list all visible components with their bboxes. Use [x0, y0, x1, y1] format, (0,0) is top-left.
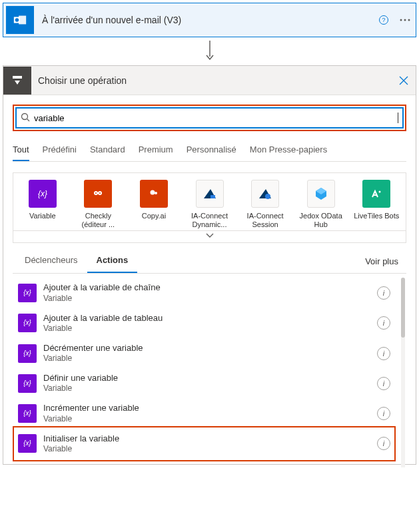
actions-list-wrap: {x} Ajouter à la variable de chaîne Vari… [13, 273, 406, 463]
tab-actions[interactable]: Actions [87, 250, 138, 273]
action-sub: Variable [43, 294, 377, 304]
action-sub: Variable [43, 384, 377, 394]
checkly-icon [84, 180, 112, 208]
connector-arrow [0, 37, 419, 65]
svg-point-6 [404, 19, 406, 21]
action-name: Décrémenter une variable [43, 343, 377, 354]
action-ajouter-chaine[interactable]: {x} Ajouter à la variable de chaîne Vari… [15, 278, 393, 308]
operation-icon [3, 67, 31, 95]
filter-standard[interactable]: Standard [90, 140, 125, 161]
search-icon [21, 113, 30, 124]
svg-line-13 [27, 119, 30, 121]
svg-text:?: ? [382, 17, 385, 23]
filter-tabs: Tout Prédéfini Standard Premium Personna… [13, 140, 406, 162]
svg-text:{x}: {x} [23, 319, 31, 326]
connector-jedox[interactable]: Jedox OData Hub [296, 180, 346, 229]
connector-label: Jedox OData Hub [296, 212, 346, 229]
connector-iaconnect-session[interactable]: IA-Connect Session [240, 180, 290, 229]
info-icon[interactable]: i [377, 377, 390, 390]
voir-plus-link[interactable]: Voir plus [365, 256, 404, 266]
scrollbar-thumb[interactable] [401, 278, 405, 338]
choose-operation-header: Choisir une opération [3, 66, 416, 95]
svg-text:{x}: {x} [23, 350, 31, 357]
svg-point-19 [150, 190, 155, 195]
expand-connectors[interactable] [13, 230, 406, 240]
copyai-icon [140, 180, 168, 208]
trigger-card[interactable]: À l'arrivée d'un nouvel e-mail (V3) ? [3, 3, 416, 37]
svg-rect-21 [210, 195, 215, 198]
action-sub: Variable [43, 324, 377, 334]
connector-label: LiveTiles Bots [351, 212, 402, 229]
search-box[interactable] [15, 107, 404, 129]
close-icon[interactable] [392, 69, 416, 93]
svg-point-7 [408, 19, 410, 21]
svg-point-18 [99, 192, 101, 194]
info-icon[interactable]: i [377, 316, 390, 330]
iaconnect-dynamic-icon [196, 180, 224, 208]
variable-icon: {x} [18, 434, 37, 453]
info-icon[interactable]: i [377, 347, 390, 360]
svg-point-2 [15, 18, 19, 22]
svg-point-12 [22, 113, 28, 119]
tab-declencheurs[interactable]: Déclencheurs [15, 250, 87, 273]
search-highlight [13, 105, 406, 131]
info-icon[interactable]: i [377, 286, 390, 300]
filter-personnalise[interactable]: Personnalisé [187, 140, 236, 161]
variable-icon: {x} [18, 314, 37, 332]
livetiles-icon [362, 180, 390, 208]
filter-predefini[interactable]: Prédéfini [43, 140, 77, 161]
connector-label: IA-Connect Dynamic... [185, 212, 235, 229]
operation-subtabs: Déclencheurs Actions Voir plus [13, 243, 406, 273]
action-initialiser[interactable]: {x} Initialiser la variable Variable i [15, 429, 393, 459]
svg-point-23 [379, 191, 381, 193]
iaconnect-session-icon [251, 180, 279, 208]
action-decrementer[interactable]: {x} Décrémenter une variable Variable i [15, 338, 393, 368]
jedox-icon [307, 180, 335, 208]
action-name: Définir une variable [43, 373, 377, 384]
variable-icon: {x} [18, 344, 37, 363]
connectors-box: {x} Variable Checkly (éditeur ... Copy.a… [13, 172, 406, 243]
action-sub: Variable [43, 414, 377, 424]
svg-text:{x}: {x} [23, 439, 31, 447]
help-icon[interactable]: ? [373, 9, 394, 31]
info-icon[interactable]: i [377, 407, 390, 420]
connector-iaconnect-dynamic[interactable]: IA-Connect Dynamic... [185, 180, 235, 229]
svg-text:{x}: {x} [23, 409, 31, 417]
connector-label: Checkly (éditeur ... [73, 212, 124, 229]
action-name: Ajouter à la variable de chaîne [43, 282, 377, 293]
svg-point-22 [265, 194, 270, 199]
action-name: Initialiser la variable [43, 433, 377, 444]
variable-icon: {x} [18, 374, 37, 393]
trigger-title: À l'arrivée d'un nouvel e-mail (V3) [37, 15, 373, 25]
connector-label: IA-Connect Session [240, 212, 290, 229]
action-sub: Variable [43, 354, 377, 364]
connector-checkly[interactable]: Checkly (éditeur ... [73, 180, 124, 229]
action-definir[interactable]: {x} Définir une variable Variable i [15, 368, 393, 398]
svg-text:{x}: {x} [38, 189, 47, 198]
action-incrementer[interactable]: {x} Incrémenter une variable Variable i [15, 398, 393, 428]
outlook-icon [6, 6, 34, 34]
connector-copyai[interactable]: Copy.ai [129, 180, 179, 229]
scrollbar[interactable] [401, 278, 405, 467]
connector-label: Variable [17, 212, 68, 229]
action-sub: Variable [43, 444, 377, 454]
filter-tout[interactable]: Tout [13, 140, 29, 161]
connector-livetiles[interactable]: LiveTiles Bots [351, 180, 402, 229]
text-caret [398, 113, 398, 123]
connector-variable[interactable]: {x} Variable [17, 180, 68, 229]
search-input[interactable] [34, 113, 399, 123]
more-icon[interactable] [394, 9, 416, 31]
connector-label: Copy.ai [129, 212, 179, 229]
svg-point-17 [95, 192, 97, 194]
actions-list: {x} Ajouter à la variable de chaîne Vari… [13, 274, 406, 463]
info-icon[interactable]: i [377, 437, 390, 450]
filter-presse[interactable]: Mon Presse-papiers [250, 140, 327, 161]
filter-premium[interactable]: Premium [139, 140, 173, 161]
choose-operation-card: Choisir une opération Tout Prédéfini Sta… [3, 65, 416, 465]
svg-rect-9 [13, 76, 22, 79]
svg-text:{x}: {x} [23, 289, 31, 296]
action-ajouter-tableau[interactable]: {x} Ajouter à la variable de tableau Var… [15, 308, 393, 338]
choose-operation-title: Choisir une opération [31, 75, 392, 86]
action-name: Ajouter à la variable de tableau [43, 313, 377, 324]
variable-icon: {x} [29, 180, 57, 208]
